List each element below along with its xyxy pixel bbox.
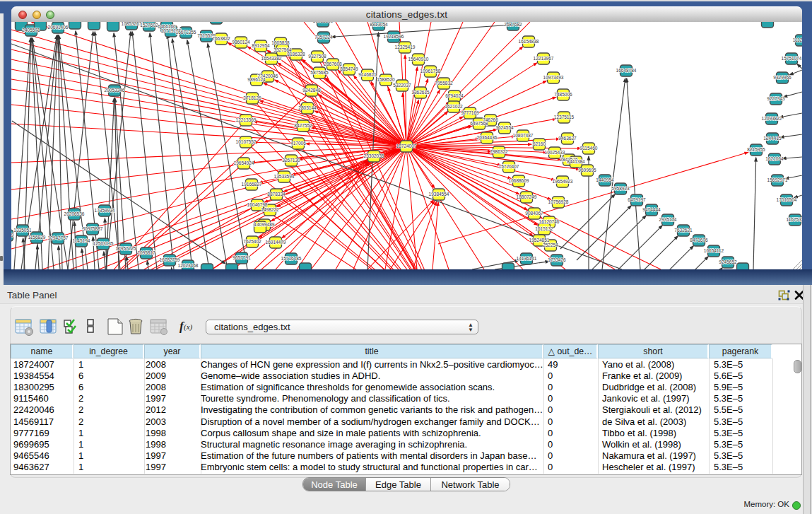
svg-text:12213967: 12213967 [534, 56, 554, 61]
svg-text:2935114: 2935114 [659, 217, 677, 222]
svg-text:9329966: 9329966 [773, 75, 792, 80]
svg-text:7357224: 7357224 [314, 35, 333, 40]
svg-text:9327508: 9327508 [308, 54, 326, 59]
svg-text:10973493: 10973493 [543, 75, 564, 80]
svg-text:8813054: 8813054 [370, 22, 388, 27]
svg-text:9227343: 9227343 [767, 96, 785, 101]
svg-text:12023468: 12023468 [178, 263, 199, 268]
svg-text:14099489: 14099489 [254, 222, 275, 227]
svg-text:8471676: 8471676 [690, 238, 708, 243]
svg-text:8215955: 8215955 [747, 147, 765, 152]
svg-text:9084067: 9084067 [525, 211, 543, 216]
svg-text:62160: 62160 [533, 141, 546, 146]
svg-text:9474444: 9474444 [642, 207, 661, 212]
svg-text:7986322: 7986322 [490, 149, 508, 154]
svg-text:2405571: 2405571 [22, 28, 40, 33]
svg-text:9146821: 9146821 [358, 72, 377, 77]
svg-text:16120746: 16120746 [539, 219, 560, 224]
svg-text:10961758: 10961758 [420, 69, 441, 74]
svg-text:13533594: 13533594 [274, 174, 295, 179]
svg-text:7632621: 7632621 [674, 228, 693, 233]
svg-text:1527602: 1527602 [140, 23, 158, 28]
svg-text:18807249: 18807249 [517, 194, 537, 199]
svg-text:16154838: 16154838 [519, 39, 539, 44]
svg-text:20691406: 20691406 [48, 25, 69, 30]
svg-text:16914479: 16914479 [266, 240, 286, 245]
svg-text:10853267: 10853267 [122, 22, 142, 26]
svg-text:20364436: 20364436 [477, 135, 498, 140]
svg-text:16671355: 16671355 [176, 30, 196, 35]
svg-text:12503135: 12503135 [93, 241, 114, 246]
svg-text:12093822: 12093822 [762, 116, 782, 121]
svg-text:8854749: 8854749 [340, 66, 358, 71]
svg-text:3267130: 3267130 [282, 158, 300, 163]
svg-text:19166827: 19166827 [242, 182, 262, 187]
svg-text:16543382: 16543382 [261, 56, 282, 61]
svg-text:2687682: 2687682 [504, 22, 522, 27]
svg-text:9245652: 9245652 [719, 259, 737, 264]
svg-text:10107552: 10107552 [236, 139, 257, 144]
svg-text:15692971: 15692971 [767, 177, 788, 182]
svg-text:15716485: 15716485 [281, 256, 302, 261]
svg-text:9896124: 9896124 [247, 77, 266, 82]
svg-text:1244415: 1244415 [763, 136, 782, 141]
svg-text:20206536: 20206536 [64, 211, 85, 216]
svg-text:5875685: 5875685 [310, 70, 329, 75]
svg-text:1733426: 1733426 [548, 257, 566, 262]
svg-text:16782759: 16782759 [160, 257, 180, 262]
svg-text:(x): (x) [184, 322, 193, 332]
svg-text:10688609: 10688609 [509, 178, 529, 183]
svg-text:9242848: 9242848 [302, 88, 321, 93]
svg-text:1621064: 1621064 [765, 156, 784, 161]
svg-text:15751074: 15751074 [782, 56, 802, 61]
svg-text:1588520: 1588520 [377, 77, 395, 82]
svg-text:19654923: 19654923 [553, 179, 573, 184]
svg-text:7663822: 7663822 [212, 36, 230, 41]
svg-text:8186328: 8186328 [287, 52, 305, 57]
svg-text:17359934: 17359934 [95, 208, 115, 213]
svg-text:746266: 746266 [483, 117, 498, 122]
svg-text:1498222: 1498222 [261, 207, 279, 212]
svg-text:10033809: 10033809 [313, 22, 334, 23]
svg-text:9463627: 9463627 [558, 136, 577, 141]
svg-text:417006: 417006 [290, 141, 306, 146]
svg-text:5322037: 5322037 [393, 83, 411, 88]
svg-text:19654924: 19654924 [234, 160, 254, 165]
svg-text:8427552: 8427552 [294, 123, 312, 128]
svg-text:252254: 252254 [543, 243, 558, 247]
svg-text:1362615: 1362615 [411, 90, 430, 95]
svg-text:7485006: 7485006 [554, 92, 572, 97]
svg-text:12942757: 12942757 [48, 235, 69, 240]
svg-text:1095817: 1095817 [137, 250, 155, 255]
svg-text:12375115: 12375115 [554, 115, 575, 119]
svg-text:12213369: 12213369 [236, 117, 257, 122]
svg-text:16648784: 16648784 [616, 68, 637, 73]
svg-text:9777169: 9777169 [461, 110, 479, 115]
svg-text:17016504: 17016504 [777, 197, 797, 202]
svg-text:19218596: 19218596 [384, 34, 404, 39]
svg-text:10756928: 10756928 [548, 199, 569, 204]
svg-text:1335051: 1335051 [13, 228, 32, 233]
svg-text:14136141: 14136141 [517, 256, 537, 261]
svg-text:8441384: 8441384 [567, 159, 585, 164]
svg-text:5958923: 5958923 [611, 186, 630, 191]
svg-text:9115460: 9115460 [580, 146, 598, 151]
svg-text:2803144: 2803144 [298, 105, 317, 110]
svg-text:1440954: 1440954 [596, 177, 614, 182]
svg-text:19384554: 19384554 [429, 192, 449, 197]
svg-text:18724007: 18724007 [396, 144, 417, 148]
svg-text:15720407: 15720407 [499, 164, 519, 169]
svg-text:9657791: 9657791 [233, 255, 251, 260]
svg-text:1145194: 1145194 [73, 238, 90, 243]
svg-text:10807487: 10807487 [513, 133, 534, 138]
svg-text:16046798: 16046798 [247, 202, 268, 207]
svg-text:19524851: 19524851 [529, 238, 550, 243]
svg-text:6479197: 6479197 [628, 197, 646, 202]
svg-text:6794024: 6794024 [445, 93, 464, 98]
svg-text:3624554: 3624554 [495, 125, 514, 130]
svg-text:17957225: 17957225 [116, 246, 136, 251]
svg-text:9860124: 9860124 [232, 40, 250, 45]
svg-text:9699695: 9699695 [578, 168, 596, 173]
svg-text:1615132: 1615132 [535, 226, 553, 231]
svg-text:30975887: 30975887 [83, 226, 103, 231]
